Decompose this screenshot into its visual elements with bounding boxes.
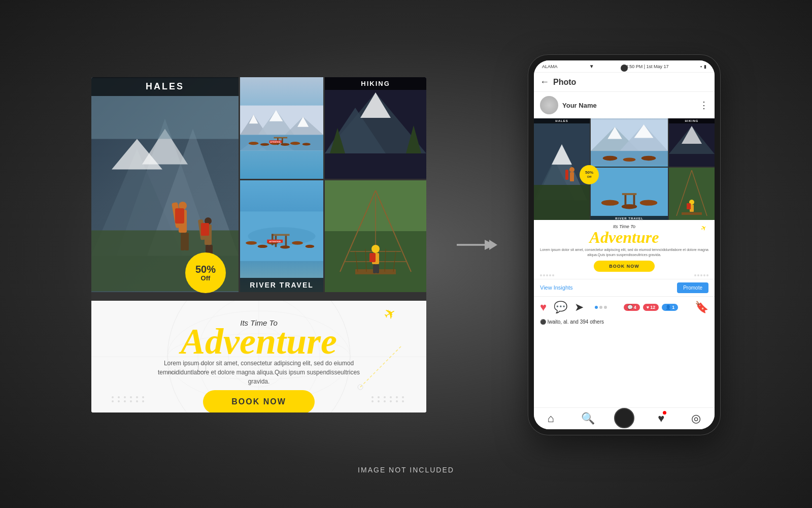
- svg-rect-75: [373, 264, 376, 273]
- dot-1: [595, 306, 598, 309]
- svg-rect-118: [682, 212, 702, 215]
- svg-point-73: [371, 245, 380, 253]
- wifi-icon: ▼: [589, 64, 594, 69]
- mini-discount-badge: 50% Off: [580, 165, 599, 184]
- dots-bottom-left: [112, 396, 146, 402]
- comments-count: 💬 4: [624, 304, 640, 311]
- svg-point-111: [640, 200, 657, 205]
- phone-adventure: Adventure: [540, 229, 708, 245]
- mini-hiking: HIKING: [669, 118, 715, 167]
- phone-screen: ALAMA ▼ 4:50 PM | 1st May 17 ▪ ▮ ← Photo…: [534, 60, 715, 429]
- phone-desc: Lorem ipsum dolor sit amet, consectetur …: [540, 247, 708, 258]
- svg-rect-77: [369, 253, 376, 262]
- bookmark-icon[interactable]: 🔖: [695, 301, 708, 314]
- home-nav-icon[interactable]: ⌂: [548, 412, 554, 425]
- book-now-button[interactable]: BOOK NOW: [203, 390, 315, 412]
- view-insights-link[interactable]: View Insights: [540, 284, 573, 291]
- svg-point-52: [292, 241, 303, 245]
- phone-post-bottom: ✈ Its Time To Adventure Lorem ipsum dolo…: [534, 220, 715, 279]
- svg-point-53: [306, 245, 315, 248]
- mini-river: RIVER TRAVEL: [591, 168, 668, 220]
- dots-bottom-right: [371, 396, 406, 402]
- svg-point-30: [260, 143, 269, 146]
- river-travel-label: RIVER TRAVEL: [240, 278, 323, 292]
- back-arrow-icon[interactable]: ←: [540, 77, 549, 87]
- phone-dots-right: [694, 274, 708, 276]
- svg-rect-54: [272, 234, 289, 236]
- svg-point-109: [601, 200, 619, 205]
- mini-discount-off: Off: [587, 175, 592, 179]
- carrier-name: ALAMA: [542, 64, 558, 69]
- discount-off: Off: [201, 275, 211, 282]
- search-nav-icon[interactable]: 🔍: [581, 412, 595, 425]
- svg-point-34: [302, 143, 311, 145]
- discount-percentage: 50%: [195, 264, 216, 275]
- mini-discount-pct: 50%: [585, 171, 593, 175]
- status-time: 4:50 PM | 1st May 17: [626, 64, 669, 69]
- svg-point-48: [246, 241, 257, 245]
- comment-icon[interactable]: 💬: [554, 301, 567, 314]
- insights-bar: View Insights Promote: [534, 279, 715, 297]
- user-avatar: [540, 96, 558, 114]
- mini-hales-label: HALES: [534, 118, 590, 123]
- discount-badge: 50% Off: [185, 252, 226, 293]
- svg-text:ATTENTION: ATTENTION: [270, 141, 281, 143]
- promote-button[interactable]: Promote: [677, 282, 708, 293]
- photo-grid: HALES: [91, 77, 426, 301]
- hiking-label: HIKING: [325, 77, 426, 90]
- heart-icon[interactable]: ♥: [540, 301, 547, 314]
- svg-point-33: [290, 142, 300, 145]
- profile-nav-icon[interactable]: ◎: [691, 412, 701, 425]
- svg-point-29: [249, 142, 259, 145]
- phone-mockup: ALAMA ▼ 4:50 PM | 1st May 17 ▪ ▮ ← Photo…: [528, 54, 721, 435]
- battery-icon: ▮: [704, 64, 706, 69]
- svg-rect-37: [282, 138, 283, 145]
- svg-point-103: [623, 157, 636, 162]
- signal-icon: ▪: [700, 64, 702, 69]
- comments-badge: 💬 4: [624, 304, 640, 311]
- post-card: HALES: [91, 77, 426, 412]
- share-icon[interactable]: ➤: [574, 301, 584, 314]
- shares-count: 👤 1: [662, 304, 678, 311]
- svg-rect-92: [534, 185, 590, 220]
- likes-badge: ♥ 12: [643, 304, 659, 311]
- footer-text: IMAGE NOT INCLUDED: [358, 466, 454, 474]
- svg-rect-113: [625, 195, 627, 207]
- svg-rect-9: [181, 233, 185, 250]
- options-icon[interactable]: ⋮: [699, 100, 708, 111]
- main-container: HALES: [0, 34, 812, 456]
- phone-book-now-button[interactable]: BOOK NOW: [594, 261, 655, 272]
- heart-nav-icon[interactable]: ♥: [658, 412, 664, 425]
- phone-camera: [621, 65, 628, 72]
- shares-badge: 👤 1: [662, 304, 678, 311]
- phone-dots-left: [540, 274, 554, 276]
- svg-rect-10: [185, 233, 189, 250]
- svg-rect-56: [285, 236, 287, 247]
- svg-point-49: [258, 245, 268, 248]
- dot-3: [604, 306, 607, 309]
- dot-2: [599, 306, 602, 309]
- mini-photo-grid: HALES: [534, 118, 715, 220]
- description-text: Lorem ipsum dolor sit amet, consectetur …: [152, 359, 365, 386]
- likes-detail: lwaito, al. and 394 others: [548, 319, 604, 325]
- header-title: Photo: [553, 78, 576, 87]
- post-bottom: ✈ ••• Its Time To Adventure Lorem ipsum …: [91, 301, 426, 412]
- arrow-indicator: [457, 235, 497, 255]
- svg-rect-114: [633, 195, 635, 207]
- svg-point-93: [569, 167, 574, 172]
- svg-marker-87: [485, 240, 495, 250]
- bridge-photo: [325, 180, 426, 292]
- mountain-lake-photo: ATTENTION: [240, 77, 323, 179]
- adventure-text: Adventure: [112, 323, 406, 360]
- svg-rect-94: [570, 172, 574, 181]
- svg-point-104: [641, 156, 656, 161]
- likes-count: ♥ 12: [643, 304, 659, 311]
- svg-rect-121: [687, 203, 691, 209]
- mini-hiking-label: HIKING: [669, 118, 715, 123]
- notification-badges: 💬 4 ♥ 12 👤 1: [624, 304, 678, 311]
- mini-bridge: [669, 168, 715, 220]
- mini-mountain: [591, 118, 668, 167]
- svg-rect-12: [175, 208, 184, 224]
- phone-home-button[interactable]: [614, 408, 634, 428]
- user-name: Your Name: [562, 102, 695, 109]
